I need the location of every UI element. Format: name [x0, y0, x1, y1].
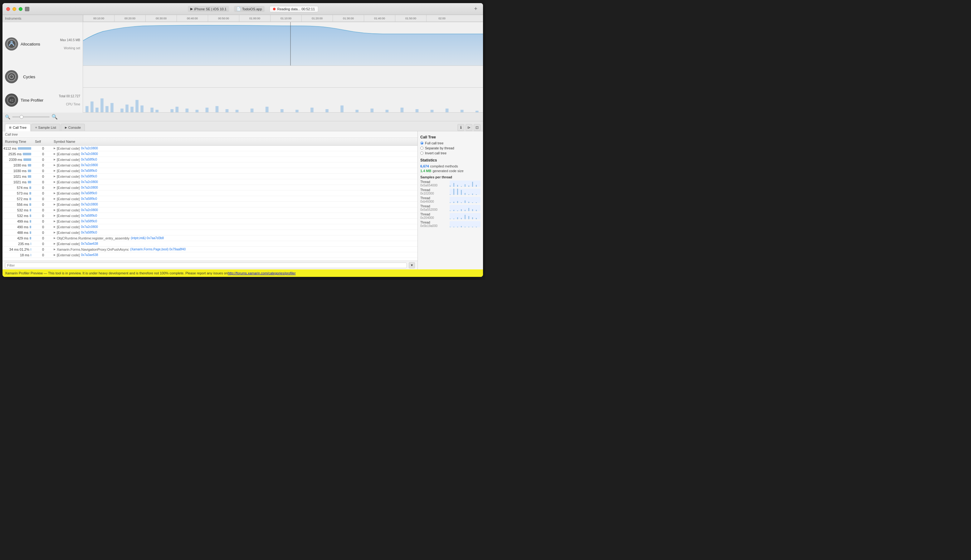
status-link[interactable]: http://forums.xamarin.com/categories/pro… — [228, 271, 296, 275]
expand-triangle-4[interactable]: ▶ — [53, 169, 55, 172]
add-instrument-button[interactable]: + — [472, 5, 479, 13]
tab-call-tree[interactable]: ⊞ Call Tree — [5, 124, 30, 131]
expand-triangle-8[interactable]: ▶ — [53, 192, 55, 195]
time-tick: 02:00 — [426, 15, 458, 22]
tab-console[interactable]: ▶ Console — [61, 124, 85, 131]
expand-button[interactable]: ⊡ — [474, 124, 481, 131]
cell-symbol-3: ▶ [External code] 0x7a2c0800 — [52, 163, 418, 167]
expand-triangle-5[interactable]: ▶ — [53, 175, 55, 178]
sym-text-12: [External code] — [57, 214, 80, 218]
cell-symbol-19: ▶ [External code] 0x7a3ae638 — [52, 253, 418, 257]
svg-rect-43 — [476, 111, 479, 112]
zoom-out-icon[interactable]: 🔍 — [5, 115, 10, 119]
cell-symbol-14: ▶ [External code] 0x7a2c0800 — [52, 225, 418, 229]
cell-self-13: 0 — [34, 219, 52, 223]
table-row[interactable]: 1021 ms 0 ▶ [External code] 0x7a58f9c0 — [2, 174, 418, 179]
col-symbol-header[interactable]: Symbol Name — [52, 139, 418, 144]
expand-triangle-14[interactable]: ▶ — [53, 225, 55, 228]
time-bar-11 — [30, 209, 31, 212]
thread-bar-0-3 — [461, 186, 462, 187]
filter-input[interactable] — [5, 263, 407, 268]
table-row[interactable]: 4112 ms 0 ▶ [External code] 0x7a2c0800 — [2, 146, 418, 151]
radio-option-0[interactable]: Full call tree — [420, 141, 481, 145]
zoom-slider[interactable] — [12, 116, 50, 118]
expand-triangle-13[interactable]: ▶ — [53, 220, 55, 223]
table-row[interactable]: 499 ms 0 ▶ [External code] 0x7a58f9c0 — [2, 218, 418, 224]
table-row[interactable]: 574 ms 0 ▶ [External code] 0x7a2c0800 — [2, 185, 418, 190]
thread-bar-3-1 — [453, 210, 454, 211]
table-row[interactable]: 490 ms 0 ▶ [External code] 0x7a2c0800 — [2, 224, 418, 230]
sym-addr-5: 0x7a58f9c0 — [81, 175, 97, 178]
svg-rect-42 — [461, 110, 464, 112]
table-section-label: Call tree — [5, 133, 18, 136]
table-row[interactable]: 1021 ms 0 ▶ [External code] 0x7a2c0800 — [2, 179, 418, 185]
cell-self-15: 0 — [34, 230, 52, 235]
expand-triangle-17[interactable]: ▶ — [53, 242, 55, 245]
timeprofiler-instrument[interactable]: 42 Total 00:12.727 Time Profiler CPU Tim… — [2, 88, 83, 113]
maximize-button[interactable] — [19, 7, 22, 11]
cycles-instrument[interactable]: Cycles — [2, 66, 83, 88]
expand-triangle-19[interactable]: ▶ — [53, 253, 55, 256]
thread-bar-0-7 — [476, 185, 477, 187]
expand-triangle-15[interactable]: ▶ — [53, 231, 55, 234]
expand-triangle-11[interactable]: ▶ — [53, 208, 55, 212]
zoom-in-icon[interactable]: 🔍 — [52, 114, 58, 120]
table-row[interactable]: 573 ms 0 ▶ [External code] 0x7a58f9c0 — [2, 190, 418, 196]
svg-rect-34 — [341, 105, 344, 112]
zoom-thumb[interactable] — [20, 115, 23, 119]
expand-triangle-3[interactable]: ▶ — [53, 164, 55, 167]
info-button[interactable]: ℹ — [458, 124, 464, 131]
expand-triangle-10[interactable]: ▶ — [53, 203, 55, 206]
table-row[interactable]: 572 ms 0 ▶ [External code] 0x7a58f9c0 — [2, 196, 418, 202]
cell-symbol-9: ▶ [External code] 0x7a58f9c0 — [52, 197, 418, 201]
filter-dropdown[interactable]: ▼ — [409, 262, 415, 268]
expand-triangle-2[interactable]: ▶ — [53, 158, 55, 161]
table-row[interactable]: 532 ms 0 ▶ [External code] 0x7a2c0800 — [2, 207, 418, 213]
table-row[interactable]: 532 ms 0 ▶ [External code] 0x7a58f9c0 — [2, 213, 418, 218]
sym-text-13: [External code] — [57, 220, 80, 223]
thread-bar-5-7 — [476, 227, 477, 227]
table-row[interactable]: 235 ms 0 ▶ [External code] 0x7a3ae638 — [2, 241, 418, 247]
expand-triangle-1[interactable]: ▶ — [53, 152, 55, 155]
table-row[interactable]: 1030 ms 0 ▶ [External code] 0x7a2c0800 — [2, 162, 418, 168]
stats-container: 6,674 compiled methods 1.4 MB generated … — [420, 164, 481, 173]
cell-self-2: 0 — [34, 157, 52, 162]
table-row[interactable]: 18 ms 0 ▶ [External code] 0x7a3ae638 — [2, 252, 418, 258]
table-row[interactable]: 488 ms 0 ▶ [External code] 0x7a58f9c0 — [2, 230, 418, 235]
expand-triangle-6[interactable]: ▶ — [53, 180, 55, 183]
table-row[interactable]: 2339 ms 0 ▶ [External code] 0x7a58f9c0 — [2, 157, 418, 162]
sym-text-16: ObjCRuntime.Runtime:register_entry_assem… — [57, 237, 129, 240]
expand-triangle-7[interactable]: ▶ — [53, 186, 55, 189]
play-icon[interactable]: ▶ — [191, 7, 193, 11]
thread-name-5: Thread0x5b19a000 — [420, 221, 448, 228]
table-row[interactable]: 429 ms 0 ▶ ObjCRuntime.Runtime:register_… — [2, 235, 418, 241]
sym-addr-11: 0x7a2c0800 — [81, 208, 98, 212]
tab-sample-list[interactable]: ≡ Sample List — [31, 124, 60, 131]
stat-value-0: 6,674 — [420, 164, 429, 168]
expand-triangle-9[interactable]: ▶ — [53, 197, 55, 200]
expand-triangle-18[interactable]: ▶ — [53, 248, 55, 251]
col-self-header[interactable]: Self — [34, 139, 52, 144]
panel-toggle-button[interactable]: ⊳ — [466, 124, 472, 131]
allocations-instrument[interactable]: Max 140.5 MB Allocations Working set — [2, 22, 83, 66]
alloc-sub: Working set — [21, 47, 80, 50]
col-running-time-header[interactable]: Running Time — [2, 139, 34, 144]
thread-bar-3-6 — [472, 209, 473, 211]
stop-button[interactable] — [25, 7, 29, 11]
table-row[interactable]: 556 ms 0 ▶ [External code] 0x7a2c0800 — [2, 202, 418, 207]
table-row[interactable]: 2535 ms 0 ▶ [External code] 0x7a2c0800 — [2, 151, 418, 157]
minimize-button[interactable] — [12, 7, 16, 11]
table-row[interactable]: 34 ms 01.2% 0 ▶ Xamarin.Forms.Navigation… — [2, 247, 418, 252]
close-button[interactable] — [6, 7, 10, 11]
svg-rect-18 — [150, 108, 154, 112]
radio-option-2[interactable]: Invert call tree — [420, 151, 481, 155]
thread-bar-1-5 — [468, 194, 469, 195]
time-bar-8 — [29, 192, 31, 195]
table-row[interactable]: 1030 ms 0 ▶ [External code] 0x7a58f9c0 — [2, 168, 418, 174]
expand-triangle-0[interactable]: ▶ — [53, 147, 55, 150]
expand-triangle-12[interactable]: ▶ — [53, 214, 55, 217]
cell-time-4: 1030 ms — [2, 169, 34, 173]
thread-chart-2 — [450, 197, 481, 203]
expand-triangle-16[interactable]: ▶ — [53, 237, 55, 240]
radio-option-1[interactable]: Separate by thread — [420, 146, 481, 150]
